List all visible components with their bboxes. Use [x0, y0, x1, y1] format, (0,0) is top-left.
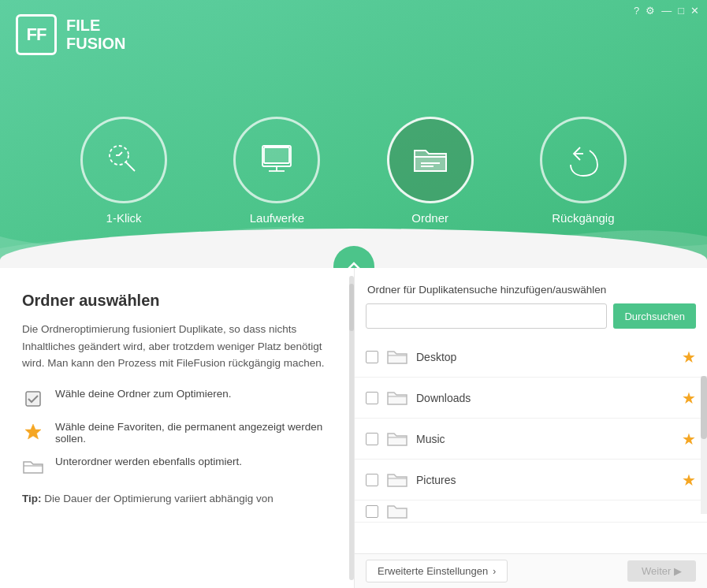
nav-item-1klick[interactable]: 1-Klick [80, 117, 167, 225]
nav-label-laufwerke: Laufwerke [250, 211, 304, 225]
nav-circle-laufwerke[interactable] [233, 117, 320, 203]
feature-text-subfolders: Unterordner werden ebenfalls optimiert. [55, 456, 242, 467]
feature-list: Wähle deine Ordner zum Optimieren. Wähle… [22, 388, 332, 478]
search-row: Durchsuchen [355, 303, 707, 337]
svg-rect-5 [264, 147, 289, 163]
folder-item-music: Music ★ [355, 419, 707, 460]
tip-text: Tip: Die Dauer der Optimierung variiert … [22, 490, 332, 508]
right-panel: Ordner für Duplikatensuche hinzufügen/au… [355, 268, 707, 588]
star-filled-icon [22, 421, 44, 443]
folder-icon-pictures [386, 469, 408, 491]
folder-icon-partial [386, 501, 408, 523]
browse-button[interactable]: Durchsuchen [613, 303, 696, 329]
folder-icon-desktop [386, 346, 408, 368]
right-scrollbar[interactable] [701, 376, 707, 514]
nav-label-rueckgaengig: Rückgängig [552, 211, 614, 225]
bottom-bar: Erweiterte Einstellungen › Weiter ▶ [355, 553, 707, 588]
main-content: Ordner auswählen Die Ordneroptimierung f… [0, 268, 707, 588]
logo-name: FILE FUSION [66, 17, 126, 53]
folder-search-input[interactable] [366, 303, 607, 329]
restore-icon[interactable]: □ [678, 5, 684, 17]
folder-item-partial [355, 501, 707, 523]
svg-marker-10 [25, 424, 41, 439]
folder-star-desktop[interactable]: ★ [682, 348, 696, 367]
undo-icon [563, 140, 604, 180]
svg-line-1 [125, 162, 135, 171]
folder-item-desktop: Desktop ★ [355, 337, 707, 378]
nav-item-rueckgaengig[interactable]: Rückgängig [540, 117, 627, 225]
left-scrollbar[interactable] [349, 276, 354, 580]
folder-item-pictures: Pictures ★ [355, 460, 707, 501]
nav-item-laufwerke[interactable]: Laufwerke [233, 117, 320, 225]
svg-rect-9 [26, 392, 40, 406]
folder-name-downloads: Downloads [416, 392, 674, 404]
folder-list: Desktop ★ Downloads ★ [355, 337, 707, 553]
settings-icon[interactable]: ⚙ [646, 5, 655, 17]
left-panel: Ordner auswählen Die Ordneroptimierung f… [0, 268, 355, 588]
folder-star-pictures[interactable]: ★ [682, 471, 696, 489]
folder-item-downloads: Downloads ★ [355, 378, 707, 419]
folder-checkbox-downloads[interactable] [366, 392, 378, 404]
feature-item-favorites: Wähle deine Favoriten, die permanent ang… [22, 421, 332, 445]
nav-icons: 1-Klick Laufwerke [0, 117, 707, 225]
feature-text-favorites: Wähle deine Favoriten, die permanent ang… [55, 421, 332, 445]
right-scrollbar-thumb[interactable] [701, 376, 707, 439]
help-icon[interactable]: ? [634, 5, 639, 17]
advanced-settings-button[interactable]: Erweiterte Einstellungen › [366, 560, 508, 582]
nav-circle-rueckgaengig[interactable] [540, 117, 627, 203]
monitor-icon [256, 140, 297, 180]
folder-name-pictures: Pictures [416, 474, 674, 486]
hero-section: FF FILE FUSION 1-Klick [0, 0, 707, 268]
title-bar: ? ⚙ — □ ✕ [626, 0, 707, 21]
folder-icon-music [386, 428, 408, 450]
folder-checkbox-music[interactable] [366, 433, 378, 445]
left-heading: Ordner auswählen [22, 292, 332, 310]
folder-star-downloads[interactable]: ★ [682, 389, 696, 408]
minimize-icon[interactable]: — [661, 5, 672, 17]
logo-box: FF [16, 14, 57, 55]
close-icon[interactable]: ✕ [690, 5, 699, 17]
folder-icon [410, 140, 451, 180]
left-scrollbar-thumb[interactable] [349, 284, 354, 331]
feature-item-select-folders: Wähle deine Ordner zum Optimieren. [22, 388, 332, 410]
nav-label-ordner: Ordner [411, 211, 448, 225]
folder-checkbox-desktop[interactable] [366, 351, 378, 363]
chevron-right-icon: › [493, 566, 496, 577]
nav-circle-ordner[interactable] [387, 117, 474, 203]
folder-star-music[interactable]: ★ [682, 430, 696, 448]
next-button[interactable]: Weiter ▶ [627, 560, 696, 582]
right-header: Ordner für Duplikatensuche hinzufügen/au… [355, 276, 707, 303]
advanced-settings-label: Erweiterte Einstellungen [378, 565, 488, 577]
left-description: Die Ordneroptimierung fusioniert Duplika… [22, 321, 332, 372]
folder-name-desktop: Desktop [416, 351, 674, 363]
folder-checkbox-partial[interactable] [366, 505, 378, 518]
collapse-button[interactable] [333, 246, 374, 268]
nav-item-ordner[interactable]: Ordner [387, 117, 474, 225]
folder-name-music: Music [416, 433, 674, 445]
chevron-up-icon [345, 258, 363, 268]
nav-circle-1klick[interactable] [80, 117, 167, 203]
folder-outline-icon [22, 456, 44, 478]
feature-item-subfolders: Unterordner werden ebenfalls optimiert. [22, 456, 332, 478]
folder-checkbox-pictures[interactable] [366, 474, 378, 486]
cursor-click-icon [103, 140, 144, 180]
folder-icon-downloads [386, 387, 408, 409]
feature-text-select-folders: Wähle deine Ordner zum Optimieren. [55, 388, 232, 400]
app-logo: FF FILE FUSION [16, 14, 126, 55]
nav-label-1klick: 1-Klick [106, 211, 142, 225]
checkbox-checked-icon [22, 388, 44, 410]
